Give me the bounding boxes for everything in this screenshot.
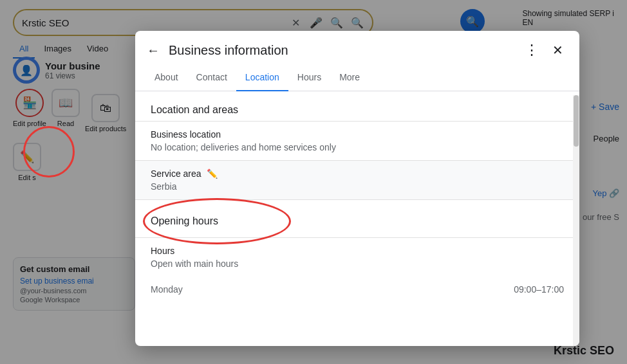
tab-location[interactable]: Location <box>236 64 288 91</box>
tab-contact[interactable]: Contact <box>187 64 236 91</box>
modal-more-button[interactable]: ⋮ <box>523 41 541 59</box>
scrollbar-track <box>573 95 579 346</box>
business-location-label: Business location <box>151 129 564 140</box>
modal-back-button[interactable]: ← <box>145 42 161 58</box>
monday-hours: 09:00–17:00 <box>514 284 564 295</box>
modal-header: ← Business information ⋮ ✕ <box>135 31 579 59</box>
service-area-label: Service area ✏️ <box>151 168 564 179</box>
opening-hours-title: Opening hours <box>151 210 564 232</box>
scrollbar-thumb[interactable] <box>574 95 579 147</box>
modal-content[interactable]: Location and areas Business location No … <box>135 91 579 346</box>
service-area-edit-icon[interactable]: ✏️ <box>207 168 218 179</box>
business-info-modal: ← Business information ⋮ ✕ About Contact… <box>135 31 579 346</box>
opening-hours-section: Opening hours <box>135 200 579 237</box>
hours-value: Open with main hours <box>151 259 564 269</box>
service-area-row: Service area ✏️ Serbia <box>135 161 579 199</box>
monday-row: Monday 09:00–17:00 <box>135 277 579 302</box>
modal-title: Business information <box>169 43 515 58</box>
tab-more[interactable]: More <box>330 64 369 91</box>
hours-row: Hours Open with main hours <box>135 238 579 277</box>
service-area-value: Serbia <box>151 181 564 192</box>
tab-about[interactable]: About <box>145 64 187 91</box>
monday-label: Monday <box>151 284 183 295</box>
location-section-title: Location and areas <box>135 91 579 121</box>
modal-close-button[interactable]: ✕ <box>548 41 566 59</box>
business-location-value: No location; deliveries and home service… <box>151 142 564 152</box>
modal-tabs: About Contact Location Hours More <box>135 64 579 91</box>
hours-label: Hours <box>151 246 564 256</box>
business-location-row: Business location No location; deliverie… <box>135 122 579 160</box>
tab-hours[interactable]: Hours <box>288 64 330 91</box>
